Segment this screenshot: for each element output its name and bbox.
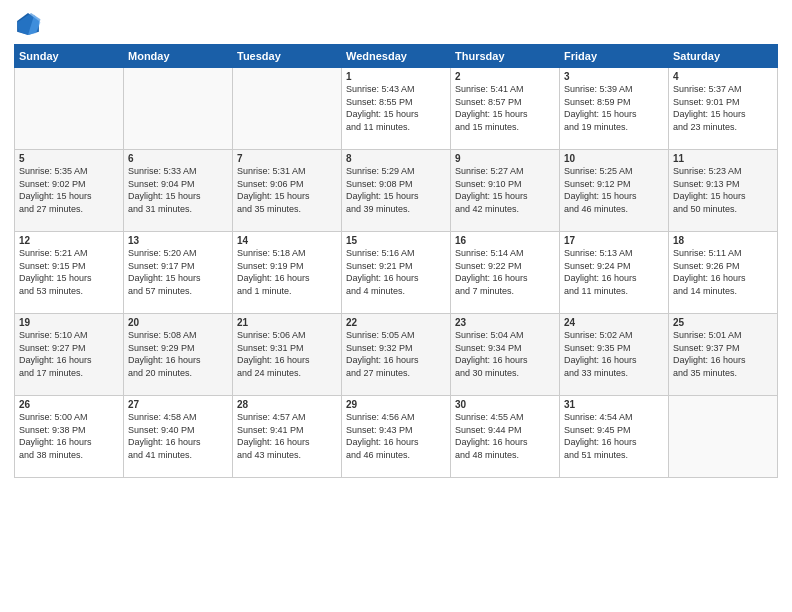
calendar-cell: 9Sunrise: 5:27 AM Sunset: 9:10 PM Daylig…: [451, 150, 560, 232]
day-info: Sunrise: 5:14 AM Sunset: 9:22 PM Dayligh…: [455, 247, 555, 297]
day-number: 23: [455, 317, 555, 328]
calendar-cell: 19Sunrise: 5:10 AM Sunset: 9:27 PM Dayli…: [15, 314, 124, 396]
calendar-cell: 25Sunrise: 5:01 AM Sunset: 9:37 PM Dayli…: [669, 314, 778, 396]
day-number: 2: [455, 71, 555, 82]
day-info: Sunrise: 5:39 AM Sunset: 8:59 PM Dayligh…: [564, 83, 664, 133]
calendar-cell: 2Sunrise: 5:41 AM Sunset: 8:57 PM Daylig…: [451, 68, 560, 150]
day-info: Sunrise: 5:02 AM Sunset: 9:35 PM Dayligh…: [564, 329, 664, 379]
calendar-week-3: 12Sunrise: 5:21 AM Sunset: 9:15 PM Dayli…: [15, 232, 778, 314]
day-info: Sunrise: 4:58 AM Sunset: 9:40 PM Dayligh…: [128, 411, 228, 461]
day-number: 27: [128, 399, 228, 410]
header: [14, 10, 778, 38]
day-info: Sunrise: 4:55 AM Sunset: 9:44 PM Dayligh…: [455, 411, 555, 461]
day-number: 28: [237, 399, 337, 410]
day-number: 7: [237, 153, 337, 164]
day-info: Sunrise: 5:04 AM Sunset: 9:34 PM Dayligh…: [455, 329, 555, 379]
day-number: 10: [564, 153, 664, 164]
calendar-cell: 1Sunrise: 5:43 AM Sunset: 8:55 PM Daylig…: [342, 68, 451, 150]
calendar-cell: 3Sunrise: 5:39 AM Sunset: 8:59 PM Daylig…: [560, 68, 669, 150]
day-info: Sunrise: 5:23 AM Sunset: 9:13 PM Dayligh…: [673, 165, 773, 215]
calendar-cell: 27Sunrise: 4:58 AM Sunset: 9:40 PM Dayli…: [124, 396, 233, 478]
day-info: Sunrise: 5:08 AM Sunset: 9:29 PM Dayligh…: [128, 329, 228, 379]
calendar-cell: 10Sunrise: 5:25 AM Sunset: 9:12 PM Dayli…: [560, 150, 669, 232]
day-number: 9: [455, 153, 555, 164]
day-info: Sunrise: 5:00 AM Sunset: 9:38 PM Dayligh…: [19, 411, 119, 461]
header-row: Sunday Monday Tuesday Wednesday Thursday…: [15, 45, 778, 68]
calendar-cell: 17Sunrise: 5:13 AM Sunset: 9:24 PM Dayli…: [560, 232, 669, 314]
page: Sunday Monday Tuesday Wednesday Thursday…: [0, 0, 792, 612]
day-number: 22: [346, 317, 446, 328]
day-info: Sunrise: 5:25 AM Sunset: 9:12 PM Dayligh…: [564, 165, 664, 215]
day-number: 15: [346, 235, 446, 246]
header-saturday: Saturday: [669, 45, 778, 68]
day-info: Sunrise: 5:16 AM Sunset: 9:21 PM Dayligh…: [346, 247, 446, 297]
calendar-header: Sunday Monday Tuesday Wednesday Thursday…: [15, 45, 778, 68]
calendar-cell: [669, 396, 778, 478]
calendar-cell: 4Sunrise: 5:37 AM Sunset: 9:01 PM Daylig…: [669, 68, 778, 150]
header-friday: Friday: [560, 45, 669, 68]
day-number: 21: [237, 317, 337, 328]
day-info: Sunrise: 5:01 AM Sunset: 9:37 PM Dayligh…: [673, 329, 773, 379]
calendar-cell: 6Sunrise: 5:33 AM Sunset: 9:04 PM Daylig…: [124, 150, 233, 232]
calendar-cell: 11Sunrise: 5:23 AM Sunset: 9:13 PM Dayli…: [669, 150, 778, 232]
calendar-table: Sunday Monday Tuesday Wednesday Thursday…: [14, 44, 778, 478]
calendar-cell: [15, 68, 124, 150]
day-info: Sunrise: 5:29 AM Sunset: 9:08 PM Dayligh…: [346, 165, 446, 215]
day-number: 30: [455, 399, 555, 410]
day-info: Sunrise: 5:11 AM Sunset: 9:26 PM Dayligh…: [673, 247, 773, 297]
day-info: Sunrise: 5:06 AM Sunset: 9:31 PM Dayligh…: [237, 329, 337, 379]
calendar-cell: 28Sunrise: 4:57 AM Sunset: 9:41 PM Dayli…: [233, 396, 342, 478]
calendar-cell: 13Sunrise: 5:20 AM Sunset: 9:17 PM Dayli…: [124, 232, 233, 314]
day-number: 16: [455, 235, 555, 246]
day-info: Sunrise: 5:20 AM Sunset: 9:17 PM Dayligh…: [128, 247, 228, 297]
day-number: 29: [346, 399, 446, 410]
day-number: 20: [128, 317, 228, 328]
header-wednesday: Wednesday: [342, 45, 451, 68]
day-info: Sunrise: 5:37 AM Sunset: 9:01 PM Dayligh…: [673, 83, 773, 133]
day-number: 13: [128, 235, 228, 246]
calendar-cell: 12Sunrise: 5:21 AM Sunset: 9:15 PM Dayli…: [15, 232, 124, 314]
calendar-cell: 29Sunrise: 4:56 AM Sunset: 9:43 PM Dayli…: [342, 396, 451, 478]
header-sunday: Sunday: [15, 45, 124, 68]
day-number: 24: [564, 317, 664, 328]
day-info: Sunrise: 5:10 AM Sunset: 9:27 PM Dayligh…: [19, 329, 119, 379]
day-number: 14: [237, 235, 337, 246]
day-info: Sunrise: 5:18 AM Sunset: 9:19 PM Dayligh…: [237, 247, 337, 297]
calendar-cell: [124, 68, 233, 150]
day-info: Sunrise: 5:27 AM Sunset: 9:10 PM Dayligh…: [455, 165, 555, 215]
calendar-week-5: 26Sunrise: 5:00 AM Sunset: 9:38 PM Dayli…: [15, 396, 778, 478]
day-number: 4: [673, 71, 773, 82]
day-info: Sunrise: 5:43 AM Sunset: 8:55 PM Dayligh…: [346, 83, 446, 133]
header-monday: Monday: [124, 45, 233, 68]
day-info: Sunrise: 5:33 AM Sunset: 9:04 PM Dayligh…: [128, 165, 228, 215]
day-number: 12: [19, 235, 119, 246]
day-number: 17: [564, 235, 664, 246]
header-thursday: Thursday: [451, 45, 560, 68]
day-number: 1: [346, 71, 446, 82]
day-info: Sunrise: 5:35 AM Sunset: 9:02 PM Dayligh…: [19, 165, 119, 215]
day-number: 31: [564, 399, 664, 410]
day-number: 3: [564, 71, 664, 82]
calendar-cell: 5Sunrise: 5:35 AM Sunset: 9:02 PM Daylig…: [15, 150, 124, 232]
day-info: Sunrise: 5:13 AM Sunset: 9:24 PM Dayligh…: [564, 247, 664, 297]
calendar-week-2: 5Sunrise: 5:35 AM Sunset: 9:02 PM Daylig…: [15, 150, 778, 232]
day-info: Sunrise: 5:31 AM Sunset: 9:06 PM Dayligh…: [237, 165, 337, 215]
day-info: Sunrise: 5:41 AM Sunset: 8:57 PM Dayligh…: [455, 83, 555, 133]
calendar-cell: 20Sunrise: 5:08 AM Sunset: 9:29 PM Dayli…: [124, 314, 233, 396]
calendar-cell: 31Sunrise: 4:54 AM Sunset: 9:45 PM Dayli…: [560, 396, 669, 478]
day-number: 19: [19, 317, 119, 328]
day-number: 26: [19, 399, 119, 410]
day-number: 18: [673, 235, 773, 246]
logo-icon: [14, 10, 42, 38]
day-number: 6: [128, 153, 228, 164]
calendar-cell: 22Sunrise: 5:05 AM Sunset: 9:32 PM Dayli…: [342, 314, 451, 396]
calendar-cell: 14Sunrise: 5:18 AM Sunset: 9:19 PM Dayli…: [233, 232, 342, 314]
calendar-cell: 23Sunrise: 5:04 AM Sunset: 9:34 PM Dayli…: [451, 314, 560, 396]
day-info: Sunrise: 5:05 AM Sunset: 9:32 PM Dayligh…: [346, 329, 446, 379]
day-number: 11: [673, 153, 773, 164]
calendar-cell: 7Sunrise: 5:31 AM Sunset: 9:06 PM Daylig…: [233, 150, 342, 232]
calendar-cell: 24Sunrise: 5:02 AM Sunset: 9:35 PM Dayli…: [560, 314, 669, 396]
calendar-week-1: 1Sunrise: 5:43 AM Sunset: 8:55 PM Daylig…: [15, 68, 778, 150]
logo: [14, 10, 46, 38]
calendar-cell: 30Sunrise: 4:55 AM Sunset: 9:44 PM Dayli…: [451, 396, 560, 478]
